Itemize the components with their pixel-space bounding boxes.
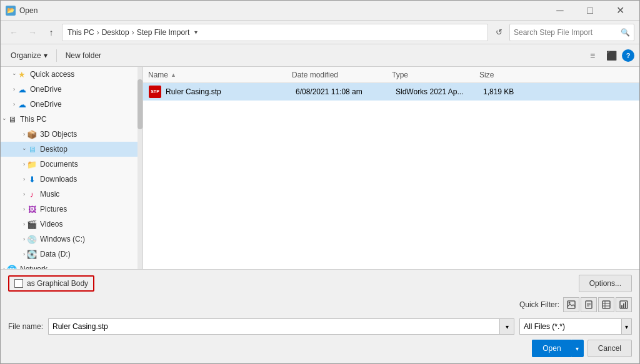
drive-c-icon: 💿: [26, 234, 38, 244]
open-button-arrow[interactable]: ▾: [571, 340, 584, 357]
chevron-icon: ›: [13, 86, 15, 92]
file-size: 1,819 KB: [483, 87, 514, 96]
sidebar-item-this-pc[interactable]: › 🖥 This PC: [1, 112, 138, 127]
minimize-button[interactable]: ─: [546, 2, 574, 19]
maximize-button[interactable]: □: [576, 2, 604, 19]
sort-arrow: ▲: [171, 72, 176, 78]
search-input[interactable]: [514, 28, 621, 37]
main-content: › ★ Quick access › ☁ OneDrive › ☁ On: [1, 67, 639, 269]
toolbar-separator: [56, 49, 57, 62]
sidebar-item-desktop[interactable]: › 🖥 Desktop: [1, 142, 138, 157]
file-name-cell: Ruler Casing.stp: [166, 87, 296, 96]
column-size[interactable]: Size: [479, 71, 529, 79]
sidebar-label-quick-access: Quick access: [30, 70, 74, 79]
filetype-input[interactable]: [519, 318, 621, 335]
filename-input[interactable]: [48, 318, 499, 335]
sidebar-item-documents[interactable]: › 📁 Documents: [1, 157, 138, 172]
chevron-icon: ›: [23, 251, 25, 257]
file-type: SldWorks 2021 Ap...: [396, 87, 464, 96]
up-button[interactable]: ↑: [43, 24, 59, 41]
qf-icon-btn-3[interactable]: [598, 297, 614, 312]
sidebar-scrollbar-thumb: [138, 79, 142, 129]
table-row[interactable]: STP Ruler Casing.stp 6/08/2021 11:08 am …: [143, 83, 639, 101]
quick-filter-label: Quick Filter:: [519, 300, 559, 309]
breadcrumb-desktop: Desktop: [102, 28, 129, 37]
folder-documents-icon: 📁: [26, 159, 38, 169]
sidebar-label-windows-c: Windows (C:): [40, 235, 85, 243]
sidebar-label-data-d: Data (D:): [40, 250, 71, 258]
graphical-body-checkbox[interactable]: [14, 279, 23, 288]
chevron-icon: ›: [23, 176, 25, 182]
chevron-icon: ›: [23, 191, 25, 197]
sidebar-item-network[interactable]: › 🌐 Network: [1, 262, 138, 269]
sidebar-label-onedrive1: OneDrive: [30, 85, 62, 94]
close-button[interactable]: ✕: [606, 2, 634, 19]
folder-3d-icon: 📦: [26, 129, 38, 139]
view-pane-button[interactable]: ⬛: [603, 47, 619, 64]
sidebar-item-data-d[interactable]: › 💽 Data (D:): [1, 247, 138, 262]
drive-d-icon: 💽: [26, 249, 38, 259]
computer-icon: 🖥: [6, 114, 18, 124]
column-date[interactable]: Date modified: [292, 71, 392, 79]
graphical-body-checkbox-label[interactable]: as Graphical Body: [8, 275, 94, 292]
svg-rect-0: [568, 301, 575, 308]
sidebar-item-quick-access[interactable]: › ★ Quick access: [1, 67, 138, 82]
filename-dropdown[interactable]: ▾: [499, 318, 514, 335]
sidebar: › ★ Quick access › ☁ OneDrive › ☁ On: [1, 67, 143, 269]
chevron-icon: ›: [21, 149, 28, 150]
back-button[interactable]: ←: [6, 24, 22, 41]
options-button[interactable]: Options...: [579, 275, 632, 292]
sidebar-item-downloads[interactable]: › ⬇ Downloads: [1, 172, 138, 187]
sidebar-label-downloads: Downloads: [40, 175, 77, 184]
new-folder-label: New folder: [66, 51, 101, 60]
column-type[interactable]: Type: [392, 71, 479, 79]
filetype-dropdown[interactable]: ▾: [621, 318, 632, 335]
sidebar-item-onedrive1[interactable]: › ☁ OneDrive: [1, 82, 138, 97]
sidebar-label-3d-objects: 3D Objects: [40, 130, 77, 139]
organize-label: Organize: [11, 51, 41, 60]
view-list-button[interactable]: ≡: [584, 47, 601, 64]
column-name[interactable]: Name ▲: [148, 71, 292, 79]
search-icon: 🔍: [621, 28, 630, 37]
dialog-window: 📂 Open ─ □ ✕ ← → ↑ This PC › Desktop › S…: [0, 0, 640, 364]
breadcrumb[interactable]: This PC › Desktop › Step File Import ▾: [62, 24, 488, 41]
sidebar-label-onedrive2: OneDrive: [30, 100, 62, 109]
sidebar-label-music: Music: [40, 190, 59, 199]
search-box[interactable]: 🔍: [509, 24, 634, 41]
file-date: 6/08/2021 11:08 am: [296, 87, 362, 96]
file-icon: STP: [148, 85, 162, 99]
cancel-button[interactable]: Cancel: [588, 340, 632, 357]
chevron-icon: ›: [23, 206, 25, 212]
qf-icon-btn-4[interactable]: [616, 297, 632, 312]
qf-icon-btn-2[interactable]: [581, 297, 597, 312]
file-size-cell: 1,819 KB: [483, 87, 533, 96]
sidebar-item-videos[interactable]: › 🎬 Videos: [1, 217, 138, 232]
column-date-label: Date modified: [292, 71, 338, 79]
cloud-icon: ☁: [16, 84, 28, 94]
title-bar-controls: ─ □ ✕: [546, 2, 634, 19]
sidebar-item-music[interactable]: › ♪ Music: [1, 187, 138, 202]
organize-button[interactable]: Organize ▾: [6, 47, 52, 64]
open-button[interactable]: Open: [532, 340, 571, 357]
svg-point-1: [569, 302, 571, 304]
title-bar-text: Open: [19, 6, 546, 15]
forward-button[interactable]: →: [24, 24, 41, 41]
sidebar-item-windows-c[interactable]: › 💿 Windows (C:): [1, 232, 138, 247]
filename-row: File name: ▾ ▾: [1, 316, 639, 340]
sidebar-item-pictures[interactable]: › 🖼 Pictures: [1, 202, 138, 217]
refresh-button[interactable]: ↺: [491, 24, 507, 41]
help-button[interactable]: ?: [622, 49, 634, 62]
stp-icon: STP: [149, 86, 161, 98]
sidebar-item-3d-objects[interactable]: › 📦 3D Objects: [1, 127, 138, 142]
sidebar-label-pictures: Pictures: [40, 205, 67, 214]
chevron-icon: ›: [13, 101, 15, 107]
new-folder-button[interactable]: New folder: [61, 47, 106, 64]
sidebar-label-network: Network: [20, 265, 48, 269]
action-row: Open ▾ Cancel: [1, 340, 639, 363]
qf-icon-btn-1[interactable]: [563, 297, 579, 312]
chevron-icon: ›: [11, 74, 18, 76]
sidebar-scrollbar[interactable]: [138, 67, 142, 269]
network-icon: 🌐: [6, 264, 18, 269]
sidebar-item-onedrive2[interactable]: › ☁ OneDrive: [1, 97, 138, 112]
cloud-icon-2: ☁: [16, 99, 28, 109]
